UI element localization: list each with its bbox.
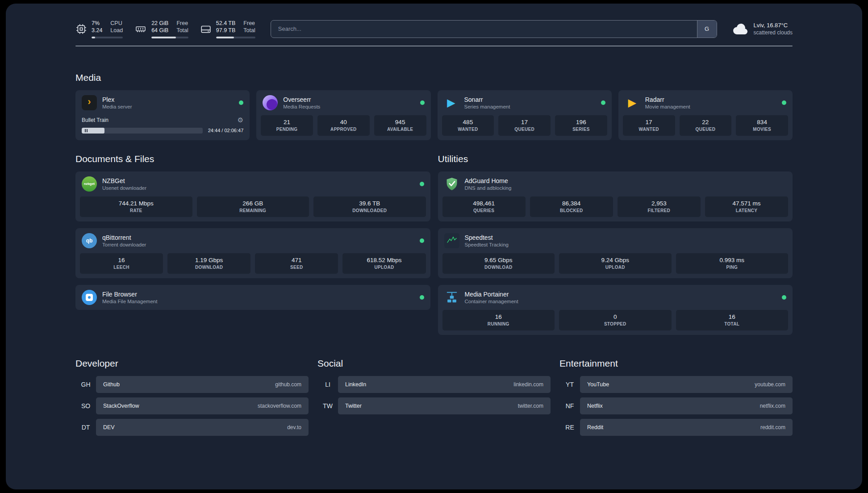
bookmark-name: StackOverflow (103, 403, 139, 409)
bookmark-youtube[interactable]: YT YouTube youtube.com (559, 376, 793, 393)
stat-value: 47.571 ms (732, 200, 760, 207)
memory-free: 22 GiB (151, 20, 168, 27)
topbar-divider (75, 46, 793, 46)
service-subtitle: DNS and adblocking (465, 185, 512, 191)
service-card-nzbget[interactable]: nzbget NZBGet Usenet downloader 744.21 M… (75, 171, 430, 221)
bookmark-abbr: DT (75, 424, 96, 431)
search-input[interactable] (271, 21, 697, 38)
stat-tile: 9.65 Gbps DOWNLOAD (442, 253, 555, 274)
cpu-label-bottom: Load (110, 27, 123, 34)
bookmark-abbr: RE (559, 424, 580, 431)
bookmark-group-social: Social LI LinkedIn linkedin.com TW Twitt… (317, 358, 551, 436)
service-subtitle: Torrent downloader (102, 242, 146, 247)
stat-label: BLOCKED (560, 208, 583, 213)
service-card-speedtest[interactable]: Speedtest Speedtest Tracking 9.65 Gbps D… (438, 228, 793, 278)
service-card-radarr[interactable]: ▶ Radarr Movie management 17 WANTED 22 Q… (618, 90, 793, 140)
service-stats: 744.21 Mbps RATE 266 GB REMAINING 39.6 T… (75, 196, 430, 221)
stat-label: TOTAL (724, 322, 739, 326)
pause-icon[interactable] (85, 129, 88, 132)
service-name: Sonarr (464, 96, 510, 103)
bookmark-domain: reddit.com (760, 424, 785, 430)
stat-tile: 266 GB REMAINING (197, 196, 309, 217)
stat-value: 17 (521, 119, 528, 125)
stat-tile: 0 STOPPED (559, 310, 672, 330)
service-card-overseerr[interactable]: Overseerr Media Requests 21 PENDING 40 A… (256, 90, 430, 140)
bookmark-linkedin[interactable]: LI LinkedIn linkedin.com (317, 376, 551, 393)
weather-widget: Lviv, 16.87°C scattered clouds (732, 22, 793, 36)
bookmark-name: LinkedIn (345, 381, 366, 388)
service-card-adguard[interactable]: AdGuard Home DNS and adblocking 498,461 … (438, 171, 793, 221)
bookmark-abbr: YT (559, 381, 580, 388)
stat-label: UPLOAD (374, 265, 394, 270)
bookmark-reddit[interactable]: RE Reddit reddit.com (559, 419, 793, 436)
status-dot (782, 295, 786, 300)
stat-value: 196 (576, 119, 586, 125)
status-dot (601, 100, 605, 105)
stat-tile: 618.52 Mbps UPLOAD (342, 253, 426, 274)
stat-label: DOWNLOADED (352, 208, 387, 213)
now-playing-title: Bullet Train (82, 117, 108, 123)
stat-label: QUEUED (696, 127, 716, 132)
qbittorrent-icon: qb (82, 233, 97, 248)
bookmark-stackoverflow[interactable]: SO StackOverflow stackoverflow.com (75, 397, 309, 414)
service-stats: 498,461 QUERIES 86,384 BLOCKED 2,953 FIL… (438, 196, 793, 221)
status-dot (420, 295, 424, 300)
search-provider-button[interactable]: G (697, 21, 717, 38)
stat-value: 266 GB (242, 200, 263, 207)
stat-value: 744.21 Mbps (119, 200, 154, 207)
bookmark-dev[interactable]: DT DEV dev.to (75, 419, 309, 436)
stat-tile: 47.571 ms LATENCY (705, 196, 788, 217)
weather-condition: scattered clouds (754, 29, 793, 36)
stat-value: 0.993 ms (719, 257, 744, 263)
stat-tile: 2,953 FILTERED (618, 196, 701, 217)
stat-value: 40 (340, 119, 347, 125)
stat-tile: 945 AVAILABLE (374, 115, 426, 136)
playback-progress-bar[interactable] (82, 128, 203, 134)
stat-label: LEECH (113, 265, 129, 270)
stat-label: SEED (290, 265, 303, 270)
bookmark-twitter[interactable]: TW Twitter twitter.com (317, 397, 551, 414)
stat-label: PING (726, 265, 738, 270)
cpu-load: 3.24 (92, 27, 102, 34)
bookmark-group-entertainment: Entertainment YT YouTube youtube.com NF … (559, 358, 793, 436)
service-name: Speedtest (465, 234, 509, 241)
service-card-portainer[interactable]: Media Portainer Container management 16 … (438, 285, 793, 335)
service-card-filebrowser[interactable]: File Browser Media File Management (75, 285, 430, 310)
memory-bar (151, 37, 188, 38)
plex-now-playing: Bullet Train ⚙ 24:44 / 02:06:47 (75, 115, 250, 139)
memory-total: 64 GiB (151, 27, 168, 34)
stat-value: 485 (463, 119, 473, 125)
stat-label: UPLOAD (605, 265, 625, 270)
stat-tile: 471 SEED (255, 253, 338, 274)
stat-label: DOWNLOAD (484, 265, 512, 270)
disk-free: 52.4 TB (216, 20, 236, 27)
stat-label: PENDING (276, 127, 298, 132)
service-stats: 17 WANTED 22 QUEUED 834 MOVIES (618, 115, 793, 140)
service-subtitle: Movie management (645, 104, 690, 109)
disk-bar (216, 37, 255, 38)
service-stats: 9.65 Gbps DOWNLOAD 9.24 Gbps UPLOAD 0.99… (438, 253, 793, 278)
bookmark-domain: twitter.com (518, 403, 543, 409)
stat-value: 16 (495, 313, 502, 320)
playback-time: 24:44 / 02:06:47 (208, 128, 244, 133)
service-card-sonarr[interactable]: ▶ Sonarr Series management 485 WANTED 17… (438, 90, 612, 140)
service-name: Radarr (645, 96, 690, 103)
cpu-label-top: CPU (110, 20, 123, 27)
bookmark-abbr: SO (75, 402, 96, 409)
stat-label: QUERIES (473, 208, 494, 213)
service-card-qbittorrent[interactable]: qb qBittorrent Torrent downloader 16 LEE… (75, 228, 430, 278)
adguard-icon (444, 176, 459, 192)
service-card-plex[interactable]: › Plex Media server Bullet Train ⚙ (75, 90, 250, 140)
memory-label-bottom: Total (176, 27, 188, 34)
stat-tile: 485 WANTED (442, 115, 494, 136)
service-subtitle: Media File Management (102, 299, 157, 304)
status-dot (420, 238, 424, 243)
settings-icon[interactable]: ⚙ (238, 116, 243, 124)
stat-label: RUNNING (488, 322, 509, 326)
section-title-media: Media (75, 72, 793, 83)
bookmark-domain: dev.to (287, 424, 301, 430)
stat-tile: 196 SERIES (555, 115, 607, 136)
bookmark-netflix[interactable]: NF Netflix netflix.com (559, 397, 793, 414)
bookmark-github[interactable]: GH Github github.com (75, 376, 309, 393)
stat-value: 945 (395, 119, 405, 125)
